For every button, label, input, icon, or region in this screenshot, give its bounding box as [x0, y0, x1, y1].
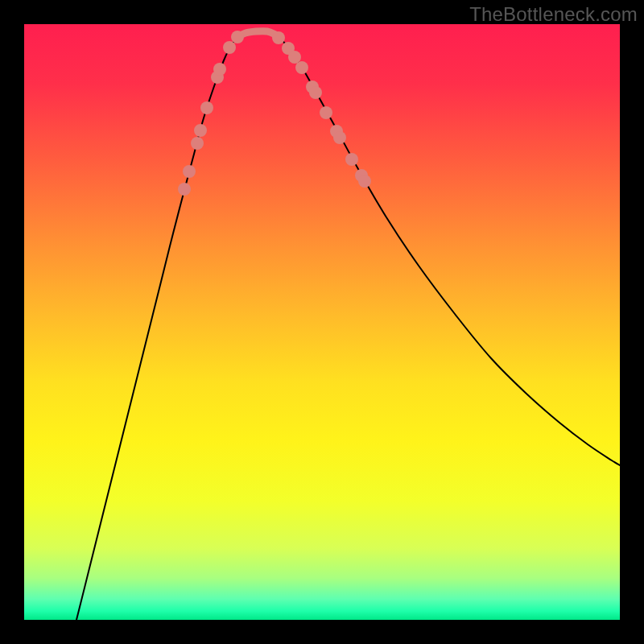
- data-point: [309, 86, 322, 99]
- data-point: [295, 61, 308, 74]
- data-point: [272, 31, 285, 44]
- data-point: [178, 183, 191, 196]
- data-point: [183, 165, 196, 178]
- watermark-text: TheBottleneck.com: [469, 3, 638, 26]
- data-point: [231, 31, 244, 43]
- data-point: [358, 175, 371, 188]
- data-point: [345, 153, 358, 166]
- data-point: [333, 131, 346, 144]
- data-point: [194, 124, 207, 137]
- data-point: [288, 51, 301, 64]
- data-point: [200, 101, 213, 114]
- chart-container: TheBottleneck.com: [0, 0, 644, 644]
- data-point: [213, 63, 226, 76]
- data-point: [191, 137, 204, 150]
- data-point: [223, 41, 236, 54]
- data-point: [320, 106, 332, 119]
- bottleneck-chart: [0, 0, 644, 644]
